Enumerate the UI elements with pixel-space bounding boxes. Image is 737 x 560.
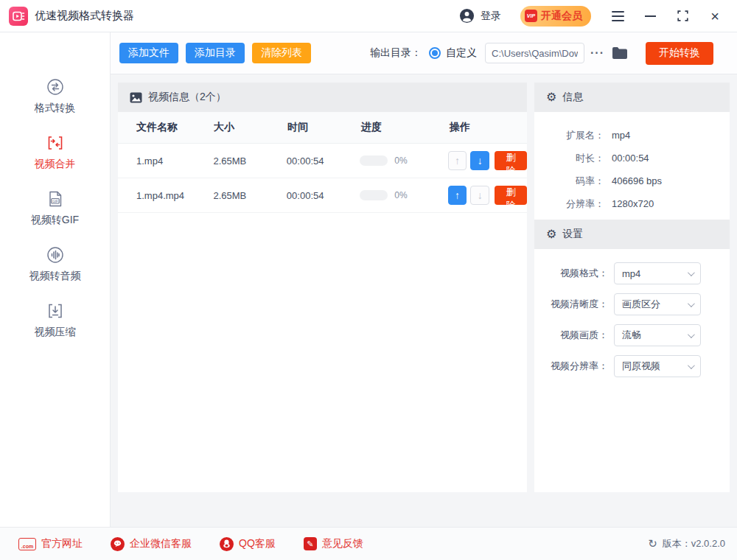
menu-button[interactable] bbox=[610, 9, 625, 24]
duration-label: 时长： bbox=[534, 152, 604, 165]
minimize-button[interactable] bbox=[643, 9, 657, 24]
gear-icon: ⚙ bbox=[546, 91, 556, 103]
video-list-panel: 视频信息（2个） 文件名称 大小 时间 进度 操作 1.mp4 2.65MB 0… bbox=[118, 83, 527, 492]
move-up-button[interactable]: ↑ bbox=[448, 186, 467, 205]
footer: .com 官方网址 企业微信客服 QQ客服 ✎ 意见反馈 ↻ 版本： bbox=[0, 527, 737, 560]
video-resolution-value: 同原视频 bbox=[622, 360, 660, 373]
clear-list-button[interactable]: 清除列表 bbox=[252, 43, 311, 63]
custom-dir-radio-label: 自定义 bbox=[446, 46, 477, 60]
info-body: 扩展名：mp4 时长：00:00:54 码率：406696 bps 分辨率：12… bbox=[534, 112, 730, 220]
login-button[interactable]: 登录 bbox=[459, 8, 501, 24]
output-dir-label: 输出目录： bbox=[370, 46, 422, 60]
video-quality-label: 视频画质： bbox=[534, 329, 608, 342]
browse-more-button[interactable]: ··· bbox=[590, 46, 604, 60]
version-info: ↻ 版本：v2.0.2.0 bbox=[648, 537, 725, 550]
video-list-header: 视频信息（2个） bbox=[118, 83, 527, 112]
minimize-icon bbox=[645, 15, 656, 17]
table-header-row: 文件名称 大小 时间 进度 操作 bbox=[118, 112, 527, 144]
official-website-link[interactable]: .com 官方网址 bbox=[18, 537, 83, 550]
chevron-down-icon bbox=[688, 362, 695, 369]
col-time: 时间 bbox=[287, 121, 361, 134]
qq-service-label: QQ客服 bbox=[239, 537, 276, 550]
table-row: 1.mp4 2.65MB 00:00:54 0% ↑ ↓ 删除 bbox=[118, 144, 527, 178]
folder-icon bbox=[612, 46, 628, 60]
add-file-button[interactable]: 添加文件 bbox=[119, 43, 178, 63]
open-folder-button[interactable] bbox=[612, 46, 628, 60]
video-clarity-select[interactable]: 画质区分 bbox=[614, 293, 701, 315]
video-merge-icon bbox=[46, 134, 64, 152]
video-quality-value: 流畅 bbox=[622, 329, 641, 342]
sidebar-item-video-to-gif[interactable]: GIF 视频转GIF bbox=[11, 190, 99, 227]
sidebar-item-label: 视频转音频 bbox=[29, 270, 81, 283]
wechat-service-icon bbox=[111, 537, 125, 551]
output-path-input[interactable] bbox=[485, 43, 584, 63]
video-to-gif-icon: GIF bbox=[46, 190, 64, 208]
move-down-button[interactable]: ↓ bbox=[470, 151, 489, 170]
vip-icon: VIP bbox=[525, 10, 537, 22]
refresh-icon: ↻ bbox=[648, 537, 657, 550]
video-format-value: mp4 bbox=[622, 268, 640, 279]
add-directory-button[interactable]: 添加目录 bbox=[186, 43, 245, 63]
app-title: 优速视频格式转换器 bbox=[35, 9, 134, 23]
custom-dir-radio[interactable]: 自定义 bbox=[429, 46, 477, 60]
col-progress: 进度 bbox=[361, 121, 450, 134]
settings-body: 视频格式： mp4 视频清晰度： 画质区分 视频画质： 流畅 bbox=[534, 249, 730, 377]
video-list-title: 视频信息（2个） bbox=[148, 91, 226, 104]
chevron-down-icon bbox=[688, 300, 695, 307]
progress-percent: 0% bbox=[394, 190, 407, 200]
sidebar-item-label: 视频压缩 bbox=[35, 326, 76, 339]
maximize-button[interactable] bbox=[675, 9, 690, 24]
delete-button[interactable]: 删除 bbox=[495, 151, 527, 170]
sidebar: 格式转换 视频合并 GIF 视频转GIF 视频转音频 视频压缩 bbox=[0, 32, 111, 527]
file-size: 2.65MB bbox=[213, 190, 286, 201]
file-name: 1.mp4.mp4 bbox=[136, 190, 213, 201]
info-header: ⚙ 信息 bbox=[534, 83, 730, 112]
bitrate-value: 406696 bps bbox=[612, 175, 662, 186]
delete-button[interactable]: 删除 bbox=[495, 186, 527, 205]
col-filename: 文件名称 bbox=[136, 121, 214, 134]
progress-bar bbox=[360, 155, 388, 166]
video-format-select[interactable]: mp4 bbox=[614, 262, 701, 284]
close-button[interactable]: × bbox=[708, 9, 722, 24]
arrow-down-icon: ↓ bbox=[478, 189, 483, 201]
vip-label: 开通会员 bbox=[541, 10, 582, 23]
sidebar-item-label: 视频转GIF bbox=[31, 214, 79, 227]
version-label: 版本：v2.0.2.0 bbox=[663, 537, 725, 550]
file-time: 00:00:54 bbox=[287, 155, 360, 167]
info-settings-panel: ⚙ 信息 扩展名：mp4 时长：00:00:54 码率：406696 bps 分… bbox=[534, 83, 730, 492]
sidebar-item-video-compress[interactable]: 视频压缩 bbox=[11, 302, 99, 339]
chevron-down-icon bbox=[688, 331, 695, 338]
settings-title: 设置 bbox=[562, 228, 583, 241]
sidebar-item-video-merge[interactable]: 视频合并 bbox=[11, 134, 99, 171]
video-to-audio-icon bbox=[46, 246, 64, 264]
video-quality-select[interactable]: 流畅 bbox=[614, 324, 701, 346]
move-up-button-disabled: ↑ bbox=[448, 151, 467, 170]
open-vip-button[interactable]: VIP 开通会员 bbox=[520, 6, 591, 27]
file-time: 00:00:54 bbox=[287, 190, 360, 201]
wechat-service-label: 企业微信客服 bbox=[130, 537, 192, 550]
sidebar-item-format-convert[interactable]: 格式转换 bbox=[11, 78, 99, 115]
progress-bar bbox=[360, 190, 388, 200]
feedback-link[interactable]: ✎ 意见反馈 bbox=[304, 537, 363, 550]
hamburger-icon bbox=[612, 11, 624, 21]
extension-value: mp4 bbox=[612, 130, 630, 141]
wechat-service-link[interactable]: 企业微信客服 bbox=[111, 537, 192, 551]
qq-service-link[interactable]: QQ客服 bbox=[220, 537, 276, 551]
sidebar-item-label: 视频合并 bbox=[35, 158, 76, 171]
sidebar-item-video-to-audio[interactable]: 视频转音频 bbox=[11, 246, 99, 283]
sidebar-item-label: 格式转换 bbox=[35, 102, 76, 115]
video-clarity-value: 画质区分 bbox=[622, 298, 660, 311]
start-convert-button[interactable]: 开始转换 bbox=[646, 42, 713, 65]
file-size: 2.65MB bbox=[213, 155, 286, 167]
duration-value: 00:00:54 bbox=[612, 153, 649, 164]
progress-percent: 0% bbox=[394, 155, 407, 166]
video-resolution-select[interactable]: 同原视频 bbox=[614, 355, 701, 377]
app-logo-icon bbox=[9, 7, 28, 26]
maximize-icon bbox=[677, 10, 688, 21]
chevron-down-icon bbox=[688, 269, 695, 276]
qq-icon bbox=[220, 537, 234, 551]
website-icon: .com bbox=[18, 538, 36, 550]
video-resolution-label: 视频分辨率： bbox=[534, 360, 608, 373]
close-icon: × bbox=[710, 9, 719, 24]
arrow-down-icon: ↓ bbox=[478, 155, 483, 167]
